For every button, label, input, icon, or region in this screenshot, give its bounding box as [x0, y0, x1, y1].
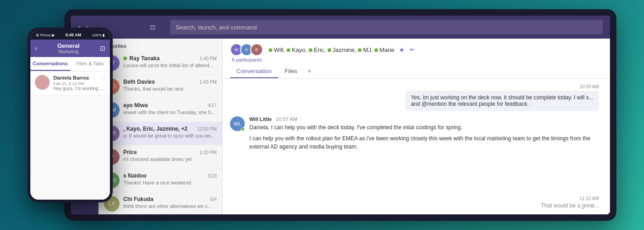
edit-icon[interactable]: ✏	[409, 46, 415, 53]
conv-time: 1:43 PM	[200, 80, 217, 85]
conv-preview: Thanks! Have a nice weekend	[123, 180, 217, 185]
team-name: Marketing	[40, 49, 97, 54]
conv-time: 4/17	[208, 103, 217, 108]
online-indicator	[309, 48, 312, 52]
message-time: 11:12 AM	[230, 196, 599, 201]
list-item[interactable]: SN s Naidoo 5/23 Thanks! Have a nice wee…	[98, 169, 222, 192]
message-preview: That would be a great...	[230, 202, 599, 209]
message-row-tail: 11:12 AM That would be a great...	[230, 196, 603, 209]
main-content: 🔔 Activity 2 💬 Chat 1 Favorites RT	[71, 39, 610, 214]
conv-preview: iewed with the client on Tuesday, she h.…	[123, 109, 217, 115]
phone-header: ‹ General Marketing ⊡	[30, 40, 110, 57]
online-indicator	[358, 48, 362, 52]
tab-files[interactable]: Files	[278, 65, 304, 78]
message-time: 10:57 AM	[276, 116, 297, 122]
message-text: Daniela, I can help you with the deck to…	[249, 123, 603, 132]
conv-meta: Daniela Barros ···	[53, 75, 105, 81]
conv-info: Chi Fukuda 6/4 think there are other alt…	[123, 196, 217, 209]
message-row: 10:50 AM Yes, im just working on the dec…	[230, 84, 603, 111]
conv-name: Ray Tanaka	[123, 55, 160, 62]
phone-tab-files[interactable]: Files & Tabs	[70, 57, 110, 71]
phone-status-bar: ⊞ Phone ▶ 9:45 AM 100% ▮	[30, 30, 110, 40]
conv-preview: Hey guys, I'm working on the Marketing I…	[53, 86, 105, 91]
list-item[interactable]: GR , Kayo, Eric, Jazmine, +2 12:00 PM p:…	[98, 122, 222, 145]
chat-tabs: Conversation Files +	[230, 64, 603, 78]
list-item[interactable]: P Price 1:20 PM n't checked available ti…	[98, 145, 222, 169]
phone-conversations-list: Daniela Barros ··· Feb 21, 3:13 PM Hey g…	[30, 71, 110, 200]
top-bar: ‹ › ⊡ Search, launch, and command	[71, 16, 610, 39]
conv-info: Price 1:20 PM n't checked available time…	[123, 149, 217, 162]
search-bar[interactable]: Search, launch, and command	[170, 20, 603, 34]
channel-name: General	[40, 42, 97, 49]
star-icon[interactable]: ★	[399, 46, 405, 53]
signal-indicator: ⊞ Phone ▶	[36, 33, 55, 37]
avatar: E	[250, 43, 263, 56]
conv-info: , Kayo, Eric, Jazmine, +2 12:00 PM p: It…	[123, 126, 217, 138]
conv-time: Feb 21, 3:13 PM	[53, 81, 105, 86]
message-meta: Will Little 10:57 AM	[249, 116, 603, 122]
conv-name: , Kayo, Eric, Jazmine, +2	[123, 126, 188, 132]
chat-header: W K E Will, Kayo, Eric, Jazmine, MJ, Mar…	[223, 39, 610, 79]
chat-panel: W K E Will, Kayo, Eric, Jazmine, MJ, Mar…	[223, 39, 610, 214]
conv-name: ayo Miwa	[123, 102, 148, 109]
conv-preview: think there are other alternatives we c.…	[123, 203, 217, 209]
add-tab-button[interactable]: +	[304, 64, 315, 78]
phone-device: ⊞ Phone ▶ 9:45 AM 100% ▮ ‹ General Marke…	[28, 28, 113, 202]
phone-back-button[interactable]: ‹	[35, 45, 37, 52]
search-placeholder: Search, launch, and command	[176, 24, 257, 31]
compose-icon[interactable]: ⊡	[150, 23, 155, 31]
phone-compose-icon[interactable]: ⊡	[100, 45, 105, 52]
online-indicator	[374, 48, 378, 52]
conv-name: Price	[123, 149, 137, 155]
list-item[interactable]: BD Beth Davies 1:43 PM Thanks, that woul…	[98, 75, 222, 98]
list-item[interactable]: KM ayo Miwa 4/17 iewed with the client o…	[98, 98, 222, 122]
list-item[interactable]: RT Ray Tanaka 1:40 PM Louisa will send t…	[98, 52, 222, 75]
conv-name: s Naidoo	[123, 172, 147, 179]
conv-preview: Louisa will send the initial list of att…	[123, 63, 217, 68]
conversations-panel: Favorites RT Ray Tanaka 1:40 PM Louisa w…	[98, 39, 223, 214]
messages-list: 10:50 AM Yes, im just working on the dec…	[223, 79, 610, 214]
battery-indicator: 100% ▮	[92, 33, 104, 37]
message-time: 10:50 AM	[230, 84, 599, 89]
conv-preview: Thanks, that would be nice	[123, 86, 217, 92]
message-content: Will Little 10:57 AM Daniela, I can help…	[249, 116, 603, 151]
conv-time: 1:40 PM	[200, 56, 217, 61]
options-icon[interactable]: ···	[101, 75, 105, 81]
avatar	[35, 75, 50, 90]
conv-time: 12:00 PM	[197, 126, 217, 132]
conv-info: Beth Davies 1:43 PM Thanks, that would b…	[123, 79, 217, 92]
phone-screen: ⊞ Phone ▶ 9:45 AM 100% ▮ ‹ General Marke…	[30, 30, 110, 200]
phone-time: 9:45 AM	[65, 33, 81, 37]
online-indicator	[269, 48, 272, 52]
conv-time: 1:20 PM	[200, 150, 217, 155]
online-indicator	[328, 48, 331, 52]
conv-preview: p: It would be great to sync with you bo…	[123, 133, 217, 138]
message-text-2: I can help you with the rollout plan for…	[249, 134, 603, 151]
conv-preview: n't checked available times yet	[123, 156, 217, 162]
list-item[interactable]: Daniela Barros ··· Feb 21, 3:13 PM Hey g…	[30, 71, 110, 95]
conv-info: Ray Tanaka 1:40 PM Louisa will send the …	[123, 55, 217, 68]
participant-avatars: W K E	[230, 43, 263, 56]
conv-name: Daniela Barros	[53, 75, 89, 81]
tab-conversation[interactable]: Conversation	[230, 65, 278, 78]
conv-info: ayo Miwa 4/17 iewed with the client on T…	[123, 102, 217, 115]
participant-names: Will, Kayo, Eric, Jazmine, MJ, Marie	[269, 46, 394, 53]
online-dot	[123, 57, 127, 60]
message-bubble: Yes, im just working on the deck now, it…	[405, 91, 599, 111]
message-sender: Will Little	[249, 116, 272, 122]
avatar: WL	[230, 116, 245, 131]
online-dot	[241, 127, 245, 131]
tablet-screen: ‹ › ⊡ Search, launch, and command 🔔 Acti…	[71, 16, 610, 214]
phone-tab-conversations[interactable]: Conversations	[30, 57, 70, 71]
participants-row: W K E Will, Kayo, Eric, Jazmine, MJ, Mar…	[230, 43, 603, 56]
conv-info: Daniela Barros ··· Feb 21, 3:13 PM Hey g…	[53, 75, 105, 91]
conv-time: 5/23	[208, 173, 217, 178]
participant-count: 6 participants	[230, 57, 603, 63]
list-item[interactable]: CF Chi Fukuda 6/4 think there are other …	[98, 192, 222, 214]
message-row: WL Will Little 10:57 AM Daniela, I can h…	[230, 116, 603, 151]
phone-title: General Marketing	[40, 42, 97, 54]
online-indicator	[287, 48, 290, 52]
favorites-header: Favorites	[98, 39, 222, 52]
phone-tabs: Conversations Files & Tabs	[30, 57, 110, 71]
conv-name: Beth Davies	[123, 79, 155, 85]
